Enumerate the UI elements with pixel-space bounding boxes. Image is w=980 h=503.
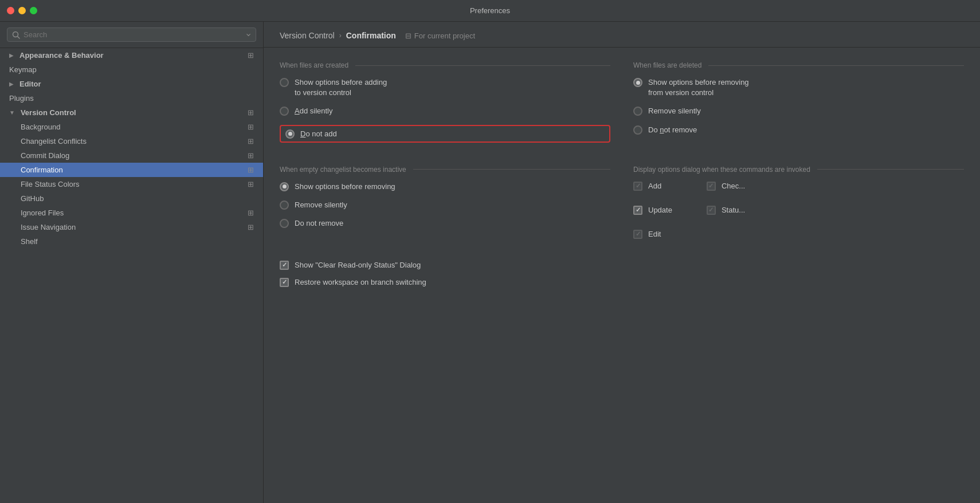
checkbox-add[interactable]: Add [633, 182, 672, 191]
checkbox-box-restore-workspace [280, 278, 289, 287]
radio-circle-add-silently [280, 107, 289, 116]
radio-label-add-silently: Add silently [295, 106, 332, 116]
breadcrumb-project-label: For current project [414, 32, 475, 40]
search-bar [0, 22, 263, 48]
window-title: Preferences [470, 6, 510, 15]
radio-do-not-add[interactable]: Do not add [280, 125, 610, 143]
sidebar-item-commit-dialog[interactable]: Commit Dialog ⊞ [0, 148, 263, 163]
sidebar-item-plugins[interactable]: Plugins [0, 91, 263, 105]
page-icon-vc: ⊞ [248, 108, 254, 117]
svg-line-1 [18, 36, 20, 38]
changelist-radio-group: Show options before removing Remove sile… [280, 182, 610, 229]
sidebar-item-changelist-conflicts[interactable]: Changelist Conflicts ⊞ [0, 134, 263, 148]
radio-label-do-not-remove-cl: Do not remove [295, 218, 343, 229]
sidebar-item-ignored-files[interactable]: Ignored Files ⊞ [0, 206, 263, 220]
radio-do-not-remove[interactable]: Do not remove [633, 125, 964, 135]
sidebar-label-keymap: Keymap [9, 65, 37, 74]
checkbox-label-clear-readonly: Show "Clear Read-only Status" Dialog [295, 261, 421, 269]
sidebar-item-confirmation[interactable]: Confirmation ⊞ [0, 163, 263, 177]
main-container: ▶ Appearance & Behavior ⊞ Keymap ▶ Edito… [0, 22, 980, 503]
titlebar: Preferences [0, 0, 980, 22]
bottom-checkboxes: Show "Clear Read-only Status" Dialog Res… [280, 261, 964, 287]
traffic-lights [7, 7, 37, 14]
sidebar-label-vc: Version Control [21, 108, 76, 117]
checkbox-label-restore-workspace: Restore workspace on branch switching [295, 278, 426, 286]
radio-label-show-before-removing: Show options before removing [295, 182, 395, 192]
created-header: When files are created [280, 61, 610, 69]
checkbox-box-status [707, 206, 716, 215]
expand-icon-editor: ▶ [9, 81, 14, 87]
checkbox-clear-readonly[interactable]: Show "Clear Read-only Status" Dialog [280, 261, 964, 270]
sidebar-item-github[interactable]: GitHub [0, 191, 263, 206]
created-col: When files are created Show options befo… [280, 61, 610, 156]
sidebar-item-version-control[interactable]: ▼ Version Control ⊞ [0, 105, 263, 120]
checkbox-box-clear-readonly [280, 261, 289, 270]
radio-do-not-remove-cl[interactable]: Do not remove [280, 218, 610, 229]
radio-circle-do-not-remove-cl [280, 219, 289, 228]
project-icon: ⊟ [405, 32, 411, 40]
sidebar-item-shelf[interactable]: Shelf [0, 234, 263, 249]
sidebar-label-background: Background [21, 123, 60, 131]
content-area: Version Control › Confirmation ⊟ For cur… [264, 22, 980, 503]
radio-label-do-not-add: Do not add [300, 129, 337, 138]
checkbox-label-edit: Edit [648, 230, 661, 238]
radio-circle-remove-silently-cl [280, 201, 289, 210]
search-input[interactable] [23, 30, 242, 39]
radio-circle-show-remove [633, 78, 642, 87]
sidebar-label-editor: Editor [19, 80, 41, 88]
settings-body: When files are created Show options befo… [264, 48, 980, 309]
display-options-row: Add Update Edit [633, 182, 964, 247]
radio-remove-silently[interactable]: Remove silently [633, 106, 964, 116]
sidebar-item-editor[interactable]: ▶ Editor [0, 77, 263, 91]
zoom-button[interactable] [30, 7, 37, 14]
radio-remove-silently-cl[interactable]: Remove silently [280, 200, 610, 210]
radio-circle-show-add [280, 78, 289, 87]
bottom-settings-row: When empty changelist becomes inactive S… [280, 166, 964, 247]
display-col-2: Chec... Statu... [707, 182, 745, 247]
breadcrumb: Version Control › Confirmation ⊟ For cur… [264, 22, 980, 48]
sidebar-label-changelist: Changelist Conflicts [21, 137, 87, 146]
sidebar-item-appearance[interactable]: ▶ Appearance & Behavior ⊞ [0, 48, 263, 62]
sidebar-label-appearance: Appearance & Behavior [19, 51, 104, 60]
deleted-col: When files are deleted Show options befo… [633, 61, 964, 156]
checkbox-edit[interactable]: Edit [633, 230, 672, 239]
display-col-1: Add Update Edit [633, 182, 672, 247]
created-radio-group: Show options before addingto version con… [280, 77, 610, 143]
radio-show-options-remove[interactable]: Show options before removingfrom version… [633, 77, 964, 98]
checkbox-update[interactable]: Update [633, 206, 672, 215]
page-icon-appearance: ⊞ [248, 51, 254, 60]
deleted-header: When files are deleted [633, 61, 964, 69]
page-icon-fsc: ⊞ [248, 180, 254, 188]
sidebar-item-keymap[interactable]: Keymap [0, 62, 263, 77]
radio-add-silently[interactable]: Add silently [280, 106, 610, 116]
breadcrumb-project: ⊟ For current project [405, 32, 475, 40]
checkbox-status[interactable]: Statu... [707, 206, 745, 215]
sidebar-label-fsc: File Status Colors [21, 180, 80, 188]
radio-show-options-add[interactable]: Show options before addingto version con… [280, 77, 610, 98]
deleted-radio-group: Show options before removingfrom version… [633, 77, 964, 135]
radio-show-before-removing[interactable]: Show options before removing [280, 182, 610, 192]
radio-label-show-add: Show options before addingto version con… [295, 77, 387, 98]
sidebar-label-issue-nav: Issue Navigation [21, 223, 76, 231]
sidebar-item-issue-navigation[interactable]: Issue Navigation ⊞ [0, 220, 263, 234]
close-button[interactable] [7, 7, 14, 14]
sidebar-label-shelf: Shelf [21, 237, 38, 246]
breadcrumb-version-control: Version Control [280, 31, 335, 40]
search-wrapper[interactable] [7, 27, 256, 42]
checkbox-box-add [633, 182, 642, 191]
page-icon-changelist: ⊞ [248, 137, 254, 146]
checkbox-label-add: Add [648, 182, 661, 190]
checkbox-restore-workspace[interactable]: Restore workspace on branch switching [280, 278, 964, 287]
breadcrumb-chevron: › [339, 32, 342, 40]
checkbox-check[interactable]: Chec... [707, 182, 745, 191]
checkbox-label-status: Statu... [722, 206, 745, 214]
display-options-header: Display options dialog when these comman… [633, 166, 964, 174]
search-dropdown-icon[interactable] [246, 32, 251, 38]
page-icon-ignored: ⊞ [248, 209, 254, 217]
checkbox-label-check: Chec... [722, 182, 745, 190]
sidebar-item-file-status-colors[interactable]: File Status Colors ⊞ [0, 177, 263, 191]
minimize-button[interactable] [18, 7, 26, 14]
sidebar-item-background[interactable]: Background ⊞ [0, 120, 263, 134]
changelist-col: When empty changelist becomes inactive S… [280, 166, 610, 247]
sidebar-label-commit-dialog: Commit Dialog [21, 151, 69, 160]
